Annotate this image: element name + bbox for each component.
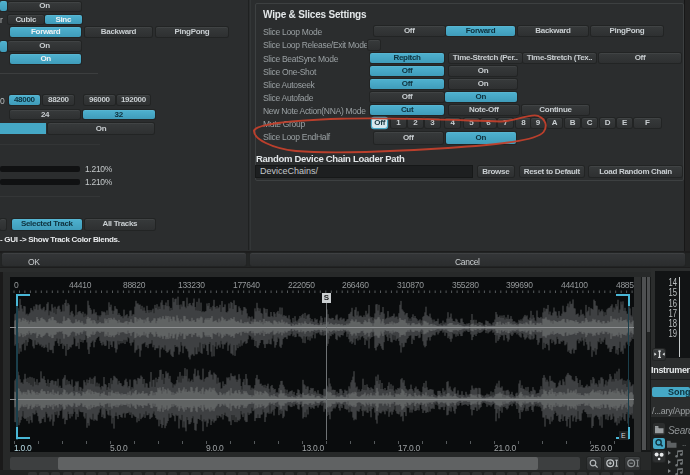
svg-text:19: 19: [669, 327, 678, 339]
